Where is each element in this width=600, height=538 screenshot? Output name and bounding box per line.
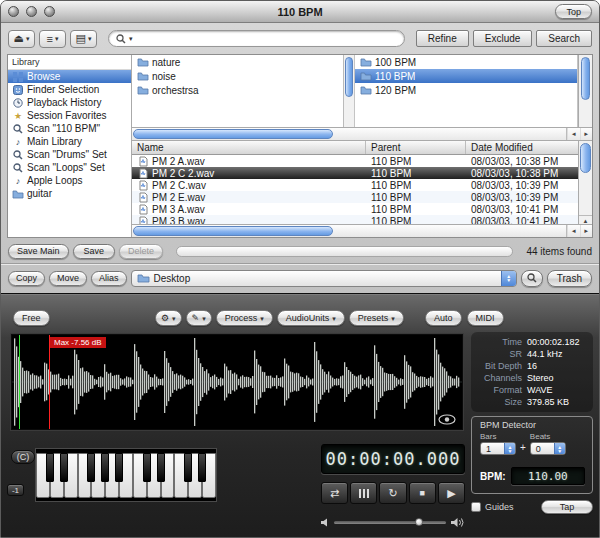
piano-black-key[interactable] xyxy=(101,453,109,482)
guides-checkbox[interactable] xyxy=(471,502,481,512)
shuffle-button[interactable]: ⇄ xyxy=(321,482,348,504)
top-button[interactable]: Top xyxy=(555,4,592,19)
sidebar-item-browse[interactable]: Browse xyxy=(8,70,131,83)
file-list-header: Name Parent Date Modified xyxy=(132,141,578,155)
sidebar-item-session-favorites[interactable]: ★Session Favorites xyxy=(8,109,131,122)
file-row[interactable]: PM 2 C.wav110 BPM08/03/03, 10:39 PM xyxy=(132,179,578,191)
piano-black-key[interactable] xyxy=(87,453,95,482)
piano-black-key[interactable] xyxy=(46,453,54,482)
folder-item-120-bpm[interactable]: 120 BPM xyxy=(355,83,577,97)
export-button[interactable]: ⏏ ▾ xyxy=(8,30,35,48)
presets-menu-button[interactable]: Presets ▾ xyxy=(349,310,404,326)
sidebar-item-scan-loops-set[interactable]: Scan "Loops" Set xyxy=(8,161,131,174)
info-label: Size xyxy=(476,396,522,408)
title-bar[interactable]: 110 BPM Top xyxy=(1,1,599,23)
gear-menu-button[interactable]: ⚙ ▾ xyxy=(155,310,182,326)
search-icon xyxy=(527,273,537,283)
scroll-thumb[interactable] xyxy=(581,57,590,100)
header-date-modified[interactable]: Date Modified xyxy=(466,141,578,154)
octave-down-button[interactable]: -1 xyxy=(7,484,24,496)
search-field[interactable]: ▾ xyxy=(108,30,405,47)
scroll-thumb[interactable] xyxy=(133,226,333,236)
piano-keyboard[interactable] xyxy=(35,448,217,502)
sidebar-item-scan-110-bpm[interactable]: Scan "110 BPM" xyxy=(8,122,131,135)
columns-horizontal-scrollbar[interactable]: ◄ ► xyxy=(132,128,592,141)
audiounits-menu-button[interactable]: AudioUnits ▾ xyxy=(277,310,345,326)
folder-item-nature[interactable]: nature xyxy=(132,55,354,69)
sidebar-item-playback-history[interactable]: Playback History xyxy=(8,96,131,109)
piano-black-key[interactable] xyxy=(143,453,151,482)
trash-button[interactable]: Trash xyxy=(547,270,592,287)
scroll-thumb[interactable] xyxy=(345,57,353,97)
file-list-vertical-scrollbar[interactable]: ▲ ▼ xyxy=(578,141,592,237)
piano-black-key[interactable] xyxy=(198,453,206,482)
move-button[interactable]: Move xyxy=(49,271,87,286)
free-button[interactable]: Free xyxy=(13,310,50,326)
beat-grid-button[interactable] xyxy=(350,482,377,504)
column-browser: naturenoiseorchestrsa 100 BPM110 BPM120 … xyxy=(132,55,578,128)
scroll-left-icon[interactable]: ◄ xyxy=(567,225,580,237)
volume-slider[interactable] xyxy=(334,521,446,524)
waveform-display[interactable]: Max -7.56 dB xyxy=(11,334,463,430)
loop-button[interactable]: ↻ xyxy=(379,482,406,504)
delete-button[interactable]: Delete xyxy=(119,244,163,259)
exclude-button[interactable]: Exclude xyxy=(473,30,533,47)
scroll-track[interactable] xyxy=(132,128,566,140)
folder-item-110-bpm[interactable]: 110 BPM xyxy=(355,69,577,83)
midi-button[interactable]: MIDI xyxy=(467,310,504,326)
popup-stepper[interactable]: ▲▼ xyxy=(504,443,515,454)
scroll-right-icon[interactable]: ► xyxy=(580,128,593,140)
piano-black-key[interactable] xyxy=(115,453,123,482)
piano-black-key[interactable] xyxy=(184,453,192,482)
sidebar-item-scan-drums-set[interactable]: Scan "Drums" Set xyxy=(8,148,131,161)
piano-black-key[interactable] xyxy=(157,453,165,482)
sidebar-item-apple-loops[interactable]: ♪Apple Loops xyxy=(8,174,131,187)
bars-popup[interactable]: 1 ▲▼ xyxy=(480,442,516,455)
auto-button[interactable]: Auto xyxy=(425,310,462,326)
root-note-button[interactable]: (C) xyxy=(11,450,35,464)
file-row[interactable]: PM 2 A.wav110 BPM08/03/03, 10:38 PM xyxy=(132,155,578,167)
file-list-horizontal-scrollbar[interactable]: ◄ ► xyxy=(132,224,592,237)
find-destination-button[interactable] xyxy=(521,270,543,287)
file-row[interactable]: PM 2 C 2.wav110 BPM08/03/03, 10:38 PM xyxy=(132,167,578,179)
volume-thumb[interactable] xyxy=(415,518,423,526)
save-button[interactable]: Save xyxy=(73,244,116,259)
columns-vertical-scrollbar[interactable] xyxy=(578,55,592,128)
folder-item-orchestrsa[interactable]: orchestrsa xyxy=(132,83,354,97)
horizontal-scrollbar[interactable] xyxy=(176,246,513,257)
column1-scrollbar[interactable] xyxy=(343,55,354,127)
view-list-button[interactable]: ≡ ▾ xyxy=(39,30,66,48)
popup-stepper[interactable]: ▲▼ xyxy=(554,443,565,454)
popup-stepper[interactable]: ▲▼ xyxy=(501,271,516,286)
file-row[interactable]: PM 2 E.wav110 BPM08/03/03, 10:39 PM xyxy=(132,191,578,203)
sidebar-item-finder-selection[interactable]: Finder Selection xyxy=(8,83,131,96)
header-parent[interactable]: Parent xyxy=(366,141,466,154)
sidebar-item-main-library[interactable]: ♪Main Library xyxy=(8,135,131,148)
folder-item-100-bpm[interactable]: 100 BPM xyxy=(355,55,577,69)
eye-icon[interactable] xyxy=(438,414,456,425)
scroll-thumb[interactable] xyxy=(133,129,333,139)
process-menu-button[interactable]: Process ▾ xyxy=(216,310,273,326)
scroll-track[interactable] xyxy=(132,225,566,237)
sidebar-item-guitar[interactable]: guitar xyxy=(8,187,131,200)
file-row[interactable]: PM 3 A.wav110 BPM08/03/03, 10:41 PM xyxy=(132,203,578,215)
stop-button[interactable]: ■ xyxy=(409,482,436,504)
copy-button[interactable]: Copy xyxy=(8,271,45,286)
save-main-button[interactable]: Save Main xyxy=(8,244,69,259)
destination-popup[interactable]: Desktop ▲▼ xyxy=(131,270,517,287)
play-button[interactable]: ▶ xyxy=(438,482,465,504)
search-input[interactable] xyxy=(136,33,397,44)
bookmarks-button[interactable]: ▤ ▾ xyxy=(70,30,97,48)
refine-button[interactable]: Refine xyxy=(416,30,469,47)
folder-item-noise[interactable]: noise xyxy=(132,69,354,83)
tools-menu-button[interactable]: ✎ ▾ xyxy=(186,310,212,326)
scroll-thumb[interactable] xyxy=(580,143,591,173)
beats-popup[interactable]: 0 ▲▼ xyxy=(530,442,566,455)
search-button[interactable]: Search xyxy=(536,30,592,47)
scroll-left-icon[interactable]: ◄ xyxy=(567,128,580,140)
tap-button[interactable]: Tap xyxy=(541,500,593,514)
alias-button[interactable]: Alias xyxy=(91,271,127,286)
header-name[interactable]: Name xyxy=(132,141,366,154)
piano-black-key[interactable] xyxy=(60,453,68,482)
scroll-right-icon[interactable]: ► xyxy=(580,225,593,237)
